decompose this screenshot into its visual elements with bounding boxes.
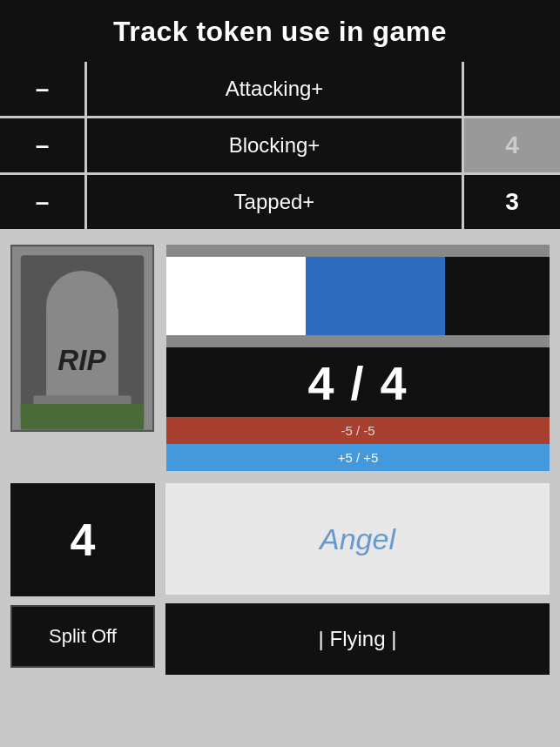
creature-name: Angel (165, 483, 550, 595)
svg-text:RIP: RIP (57, 344, 106, 376)
tapped-label: Tapped+ (87, 175, 464, 229)
color-bar-top (166, 245, 550, 257)
right-panel: 4 / 4 -5 / -5 +5 / +5 (166, 245, 550, 471)
bottom-section: 4 Split Off Angel | Flying | (0, 483, 560, 682)
middle-section: RIP 4 / 4 -5 / -5 +5 / +5 (0, 229, 560, 483)
attacking-label: Attacking+ (87, 62, 464, 116)
bottom-right-panel: Angel | Flying | (165, 483, 560, 682)
blocking-label: Blocking+ (87, 118, 464, 172)
counter-display[interactable]: 4 (10, 483, 155, 596)
svg-rect-6 (21, 404, 144, 429)
color-bar (166, 257, 550, 335)
tapped-value: 3 (464, 175, 560, 229)
table-row: – Attacking+ (0, 62, 560, 118)
color-blue (306, 257, 445, 335)
table-row: – Tapped+ 3 (0, 175, 560, 229)
token-table: – Attacking+ – Blocking+ 4 – Tapped+ 3 (0, 62, 560, 229)
blocking-minus-button[interactable]: – (0, 118, 87, 172)
svg-point-3 (46, 271, 118, 342)
attacking-value (464, 62, 560, 116)
power-toughness-display: 4 / 4 (166, 347, 550, 417)
color-black (445, 257, 550, 335)
attacking-minus-button[interactable]: – (0, 62, 87, 116)
color-white (166, 257, 306, 335)
table-row: – Blocking+ 4 (0, 118, 560, 175)
positive-modifier-bar: +5 / +5 (166, 444, 550, 471)
page-title: Track token use in game (0, 0, 560, 62)
card-image[interactable]: RIP (10, 245, 154, 432)
negative-modifier-bar: -5 / -5 (166, 417, 550, 444)
tapped-minus-button[interactable]: – (0, 175, 87, 229)
bottom-left-panel: 4 Split Off (0, 483, 165, 682)
split-off-button[interactable]: Split Off (10, 605, 155, 668)
creature-abilities: | Flying | (165, 603, 550, 675)
blocking-value: 4 (464, 118, 560, 172)
color-bar-bottom (166, 335, 550, 347)
